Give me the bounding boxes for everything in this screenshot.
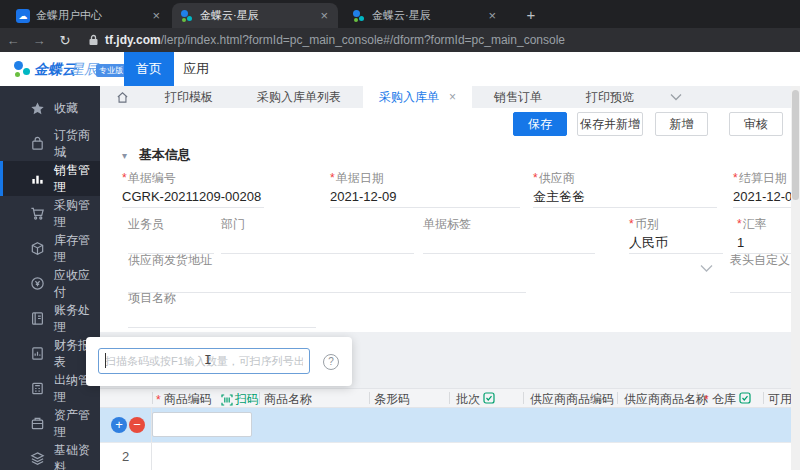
exchange-rate-input[interactable]: 1 [737, 232, 799, 254]
scan-icon [221, 394, 233, 406]
nav-home[interactable]: 首页 [124, 52, 174, 86]
close-icon[interactable]: × [486, 9, 498, 22]
back-icon[interactable]: ← [0, 33, 26, 48]
layers-icon [30, 451, 45, 466]
header-custom-link[interactable]: 表头自定义 [730, 252, 800, 268]
report-icon [30, 346, 45, 361]
coin-icon [30, 276, 45, 291]
page-tab-inbound-list[interactable]: 采购入库单列表 [235, 86, 363, 108]
url-field[interactable]: tf.jdy.com/lerp/index.html?formId=pc_mai… [105, 33, 565, 47]
sidebar-item-inventory[interactable]: 库存管理 [0, 231, 100, 266]
nav-apps[interactable]: 应用 [183, 52, 209, 86]
bill-no-input[interactable]: CGRK-20211209-00208 [122, 186, 264, 208]
col-supplier-product-code: 供应商商品编码 [530, 391, 614, 408]
star-icon [30, 101, 45, 116]
col-product-code: * 商品编码 扫码 [156, 391, 259, 408]
chart-icon [30, 171, 45, 186]
delete-row-button[interactable]: − [129, 417, 145, 433]
home-icon[interactable] [116, 91, 129, 104]
sidebar-item-label: 应收应付 [54, 267, 100, 301]
save-and-new-button[interactable]: 保存并新增 [577, 112, 643, 136]
close-icon[interactable]: × [318, 9, 330, 22]
project-name-input[interactable] [128, 306, 316, 328]
col-label: 条形码 [374, 391, 410, 408]
sidebar-item-purchase[interactable]: 采购管理 [0, 196, 100, 231]
sidebar-item-ar-ap[interactable]: 应收应付 [0, 266, 100, 301]
browser-tab-xingchen-active[interactable]: 金蝶云·星辰 × [172, 3, 338, 28]
col-supplier-product-name: 供应商商品名称 [624, 391, 708, 408]
section-basic-info[interactable]: ▾ 基本信息 [122, 146, 191, 164]
bill-tag-input[interactable] [423, 232, 595, 254]
new-tab-button[interactable]: + [520, 4, 542, 26]
sidebar-item-assets[interactable]: 资产管理 [0, 406, 100, 441]
field-label: 业务员 [128, 216, 214, 232]
ibeam-cursor-icon: I [204, 352, 212, 367]
sidebar-item-label: 销售管理 [54, 162, 100, 196]
product-code-cell-input[interactable] [152, 412, 252, 437]
supplier-input[interactable]: 金主爸爸 [533, 186, 717, 208]
page-tab-inbound-order-active[interactable]: 采购入库单 × [363, 86, 472, 108]
scrollbar-track[interactable] [791, 86, 800, 470]
field-bill-tag: 单据标签 [423, 216, 595, 254]
page-tab-print-preview[interactable]: 打印预览 [564, 86, 656, 108]
browser-tabstrip: ☁ 金蝶用户中心 × 金蝶云·星辰 × 金蝶云·星辰 × + [0, 0, 800, 28]
add-row-button[interactable]: + [111, 417, 127, 433]
col-label: 供应商商品名称 [624, 391, 708, 408]
save-button[interactable]: 保存 [513, 112, 567, 136]
url-domain: tf.jdy.com [105, 33, 161, 47]
sidebar-item-base-data[interactable]: 基础资料 [0, 441, 100, 470]
col-barcode: 条形码 [374, 391, 410, 408]
cart-icon [30, 206, 45, 221]
reload-icon[interactable]: ↻ [52, 33, 78, 48]
sidebar-item-order-mall[interactable]: 订货商城 [0, 126, 100, 161]
kingdee-favicon-icon [180, 9, 194, 23]
sidebar-item-favorites[interactable]: 收藏 [0, 91, 100, 126]
sidebar-item-label: 采购管理 [54, 197, 100, 231]
scan-barcode-button[interactable]: 扫码 [221, 391, 259, 408]
lock-icon[interactable] [88, 34, 99, 46]
settle-date-input[interactable]: 2021-12-09 [733, 186, 800, 208]
page-tab-print-template[interactable]: 打印模板 [143, 86, 235, 108]
sidebar-item-accounting[interactable]: 账务处理 [0, 301, 100, 336]
field-bill-date: *单据日期 2021-12-09 [330, 170, 520, 208]
sidebar-item-cashier[interactable]: 出纳管理 [0, 371, 100, 406]
cashier-icon [30, 381, 45, 396]
close-icon[interactable]: × [449, 86, 456, 108]
close-icon[interactable]: × [150, 9, 162, 22]
sidebar-item-label: 收藏 [54, 100, 78, 117]
batch-edit-icon[interactable] [483, 392, 495, 407]
currency-input[interactable]: 人民币 [629, 232, 723, 254]
help-icon[interactable]: ? [323, 354, 339, 370]
bill-date-input[interactable]: 2021-12-09 [330, 186, 520, 208]
browser-tab-xingchen-2[interactable]: 金蝶云·星辰 × [344, 3, 506, 28]
field-label: 单据标签 [423, 216, 595, 232]
row-number: 2 [100, 443, 152, 470]
kingdee-logo-icon [12, 59, 32, 79]
forward-icon[interactable]: → [26, 33, 52, 48]
scan-button-label: 扫码 [235, 391, 259, 408]
page-tab-sales-order[interactable]: 销售订单 [472, 86, 564, 108]
app-header: 金蝶云 星辰 专业版 首页 应用 [0, 52, 800, 86]
sidebar: 收藏 订货商城 销售管理 采购管理 库存管理 应收应付 账务处理 财务报表 [0, 86, 100, 470]
grid-row-2[interactable]: 2 [100, 442, 800, 470]
browser-tab-user-center[interactable]: ☁ 金蝶用户中心 × [8, 3, 170, 28]
sidebar-item-label: 账务处理 [54, 302, 100, 336]
collapse-icon[interactable]: ▾ [122, 150, 127, 161]
sidebar-item-finance-report[interactable]: 财务报表 [0, 336, 100, 371]
field-currency: *币别 人民币 [629, 216, 723, 254]
chevron-down-icon[interactable] [700, 264, 713, 273]
grid-row-1-selected[interactable]: + − [100, 408, 800, 442]
audit-button[interactable]: 审核 [729, 112, 783, 136]
col-label: 商品编码 [164, 391, 212, 408]
salesman-input[interactable] [128, 232, 214, 254]
form-card: 保存 保存并新增 新增 审核 打印 ▾ 基本信息 *单据编号 CGRK-2021… [100, 108, 800, 332]
department-input[interactable] [221, 232, 414, 254]
field-label: 部门 [221, 216, 414, 232]
sidebar-item-label: 库存管理 [54, 232, 100, 266]
batch-edit-icon[interactable] [739, 392, 751, 407]
scrollbar-thumb[interactable] [792, 90, 799, 200]
sidebar-item-sales[interactable]: 销售管理 [0, 161, 100, 196]
chevron-down-icon[interactable] [670, 93, 682, 101]
sidebar-item-label: 订货商城 [54, 127, 100, 161]
add-button[interactable]: 新增 [655, 112, 708, 136]
